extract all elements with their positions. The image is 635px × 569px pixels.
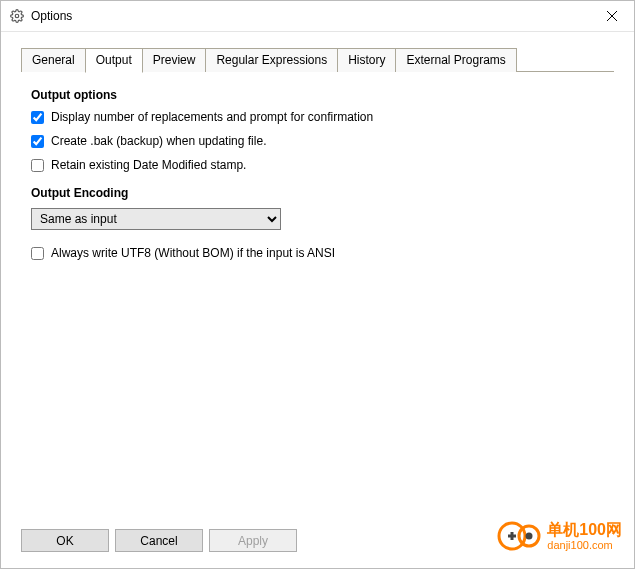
svg-point-7 — [526, 533, 533, 540]
checkbox-display-replacements[interactable] — [31, 111, 44, 124]
encoding-select[interactable]: Same as input — [31, 208, 281, 230]
label-create-bak[interactable]: Create .bak (backup) when updating file. — [51, 134, 266, 148]
checkbox-utf8-nobom[interactable] — [31, 247, 44, 260]
tab-general[interactable]: General — [21, 48, 86, 72]
tab-content-output: Output options Display number of replace… — [1, 72, 634, 260]
tab-external[interactable]: External Programs — [395, 48, 516, 72]
tabstrip: General Output Preview Regular Expressio… — [1, 32, 634, 72]
watermark: 单机100网 danji100.com — [497, 514, 622, 558]
cancel-button[interactable]: Cancel — [115, 529, 203, 552]
watermark-text: 单机100网 danji100.com — [547, 521, 622, 551]
label-retain-date[interactable]: Retain existing Date Modified stamp. — [51, 158, 246, 172]
section-output-options: Output options — [31, 88, 604, 102]
apply-button[interactable]: Apply — [209, 529, 297, 552]
dialog-footer: OK Cancel Apply — [21, 529, 297, 552]
tab-regex[interactable]: Regular Expressions — [205, 48, 338, 72]
gear-icon — [9, 8, 25, 24]
section-output-encoding: Output Encoding — [31, 186, 604, 200]
watermark-url: danji100.com — [547, 539, 622, 551]
tab-preview[interactable]: Preview — [142, 48, 207, 72]
label-utf8-nobom[interactable]: Always write UTF8 (Without BOM) if the i… — [51, 246, 335, 260]
window-title: Options — [31, 9, 589, 23]
watermark-logo-icon — [497, 514, 541, 558]
ok-button[interactable]: OK — [21, 529, 109, 552]
titlebar: Options — [1, 1, 634, 32]
tab-output[interactable]: Output — [85, 48, 143, 73]
close-button[interactable] — [589, 1, 634, 31]
checkbox-create-bak[interactable] — [31, 135, 44, 148]
tab-history[interactable]: History — [337, 48, 396, 72]
svg-point-0 — [15, 14, 19, 18]
checkbox-retain-date[interactable] — [31, 159, 44, 172]
watermark-cn: 单机100网 — [547, 521, 622, 539]
label-display-replacements[interactable]: Display number of replacements and promp… — [51, 110, 373, 124]
